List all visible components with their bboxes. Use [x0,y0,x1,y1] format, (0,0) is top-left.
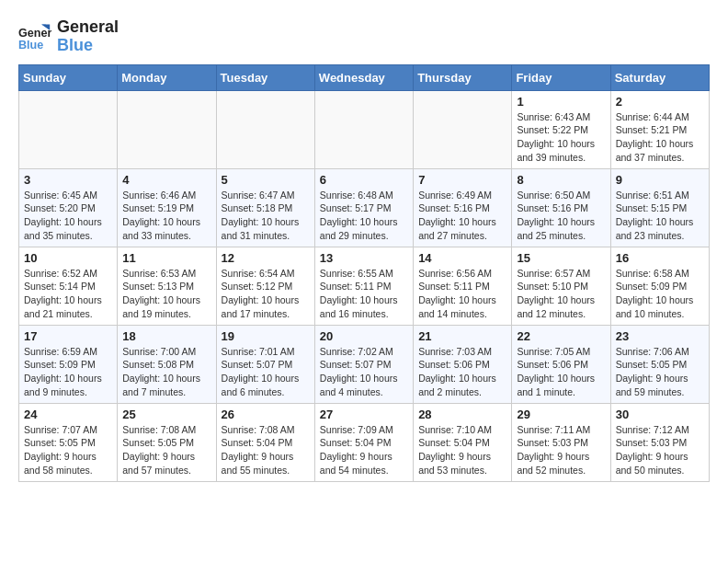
day-number: 13 [320,251,408,265]
day-info: Sunrise: 6:51 AMSunset: 5:15 PMDaylight:… [616,189,704,243]
day-number: 6 [320,173,408,187]
day-number: 11 [122,251,210,265]
weekday-header-sunday: Sunday [19,64,118,90]
weekday-header-tuesday: Tuesday [216,64,314,90]
day-number: 14 [418,251,506,265]
day-info: Sunrise: 7:12 AMSunset: 5:03 PMDaylight:… [616,423,704,477]
calendar-cell: 3Sunrise: 6:45 AMSunset: 5:20 PMDaylight… [19,168,118,247]
day-info: Sunrise: 6:50 AMSunset: 5:16 PMDaylight:… [517,189,605,243]
calendar-cell: 28Sunrise: 7:10 AMSunset: 5:04 PMDayligh… [414,403,512,481]
page-header: General Blue General Blue [18,18,710,55]
weekday-header-monday: Monday [118,64,216,90]
calendar-cell: 7Sunrise: 6:49 AMSunset: 5:16 PMDaylight… [414,168,512,247]
week-row-3: 10Sunrise: 6:52 AMSunset: 5:14 PMDayligh… [19,247,710,325]
day-info: Sunrise: 7:08 AMSunset: 5:04 PMDaylight:… [222,423,310,477]
day-info: Sunrise: 7:03 AMSunset: 5:06 PMDaylight:… [418,345,506,399]
calendar-cell: 23Sunrise: 7:06 AMSunset: 5:05 PMDayligh… [610,325,709,403]
day-number: 30 [616,408,704,421]
calendar-cell: 22Sunrise: 7:05 AMSunset: 5:06 PMDayligh… [512,325,610,403]
logo-general: General [57,18,119,37]
day-info: Sunrise: 6:56 AMSunset: 5:11 PMDaylight:… [418,267,506,321]
day-number: 9 [616,173,704,187]
day-number: 21 [418,329,506,343]
week-row-1: 1Sunrise: 6:43 AMSunset: 5:22 PMDaylight… [19,90,710,168]
calendar-cell: 8Sunrise: 6:50 AMSunset: 5:16 PMDaylight… [512,168,610,247]
day-info: Sunrise: 6:49 AMSunset: 5:16 PMDaylight:… [418,189,506,243]
weekday-header-thursday: Thursday [414,64,512,90]
calendar-cell: 24Sunrise: 7:07 AMSunset: 5:05 PMDayligh… [19,403,118,481]
calendar-cell: 27Sunrise: 7:09 AMSunset: 5:04 PMDayligh… [314,403,413,481]
day-info: Sunrise: 6:55 AMSunset: 5:11 PMDaylight:… [320,267,408,321]
day-number: 29 [517,408,605,421]
calendar-cell: 25Sunrise: 7:08 AMSunset: 5:05 PMDayligh… [118,403,216,481]
day-info: Sunrise: 7:01 AMSunset: 5:07 PMDaylight:… [222,345,310,399]
calendar-cell: 4Sunrise: 6:46 AMSunset: 5:19 PMDaylight… [118,168,216,247]
day-info: Sunrise: 6:58 AMSunset: 5:09 PMDaylight:… [616,267,704,321]
calendar-cell: 1Sunrise: 6:43 AMSunset: 5:22 PMDaylight… [512,90,610,168]
day-number: 26 [222,408,310,421]
weekday-header-saturday: Saturday [610,64,709,90]
calendar-cell: 6Sunrise: 6:48 AMSunset: 5:17 PMDaylight… [314,168,413,247]
day-info: Sunrise: 6:52 AMSunset: 5:14 PMDaylight:… [24,267,112,321]
logo-icon: General Blue [18,20,51,53]
calendar-cell [216,90,314,168]
day-info: Sunrise: 6:43 AMSunset: 5:22 PMDaylight:… [517,110,605,165]
day-info: Sunrise: 7:08 AMSunset: 5:05 PMDaylight:… [122,423,210,477]
day-info: Sunrise: 6:54 AMSunset: 5:12 PMDaylight:… [222,267,310,321]
day-number: 7 [418,173,506,187]
day-number: 2 [616,95,704,109]
logo-blue: Blue [57,37,119,55]
calendar-cell: 13Sunrise: 6:55 AMSunset: 5:11 PMDayligh… [314,247,413,325]
day-info: Sunrise: 6:44 AMSunset: 5:21 PMDaylight:… [616,110,704,165]
logo: General Blue General Blue [18,18,119,55]
calendar-cell: 20Sunrise: 7:02 AMSunset: 5:07 PMDayligh… [314,325,413,403]
calendar-cell: 9Sunrise: 6:51 AMSunset: 5:15 PMDaylight… [610,168,709,247]
day-info: Sunrise: 7:05 AMSunset: 5:06 PMDaylight:… [517,345,605,399]
calendar-cell [314,90,413,168]
calendar-cell: 10Sunrise: 6:52 AMSunset: 5:14 PMDayligh… [19,247,118,325]
weekday-header-wednesday: Wednesday [314,64,413,90]
day-info: Sunrise: 6:46 AMSunset: 5:19 PMDaylight:… [122,189,210,243]
day-info: Sunrise: 6:47 AMSunset: 5:18 PMDaylight:… [222,189,310,243]
svg-text:Blue: Blue [18,38,43,51]
day-number: 15 [517,251,605,265]
calendar-cell: 2Sunrise: 6:44 AMSunset: 5:21 PMDaylight… [610,90,709,168]
calendar-cell [414,90,512,168]
day-number: 18 [122,329,210,343]
calendar-cell: 5Sunrise: 6:47 AMSunset: 5:18 PMDaylight… [216,168,314,247]
day-info: Sunrise: 6:48 AMSunset: 5:17 PMDaylight:… [320,189,408,243]
day-number: 16 [616,251,704,265]
day-info: Sunrise: 6:57 AMSunset: 5:10 PMDaylight:… [517,267,605,321]
day-number: 19 [222,329,310,343]
weekday-header-friday: Friday [512,64,610,90]
calendar-cell: 30Sunrise: 7:12 AMSunset: 5:03 PMDayligh… [610,403,709,481]
day-info: Sunrise: 7:06 AMSunset: 5:05 PMDaylight:… [616,345,704,399]
day-number: 17 [24,329,112,343]
day-number: 8 [517,173,605,187]
day-number: 27 [320,408,408,421]
day-number: 5 [222,173,310,187]
calendar-cell: 18Sunrise: 7:00 AMSunset: 5:08 PMDayligh… [118,325,216,403]
calendar-cell: 14Sunrise: 6:56 AMSunset: 5:11 PMDayligh… [414,247,512,325]
weekday-header-row: SundayMondayTuesdayWednesdayThursdayFrid… [19,64,710,90]
calendar-cell: 29Sunrise: 7:11 AMSunset: 5:03 PMDayligh… [512,403,610,481]
day-number: 20 [320,329,408,343]
day-number: 28 [418,408,506,421]
calendar-table: SundayMondayTuesdayWednesdayThursdayFrid… [18,64,710,482]
day-info: Sunrise: 6:53 AMSunset: 5:13 PMDaylight:… [122,267,210,321]
day-number: 1 [517,95,605,109]
calendar-cell: 19Sunrise: 7:01 AMSunset: 5:07 PMDayligh… [216,325,314,403]
day-info: Sunrise: 7:11 AMSunset: 5:03 PMDaylight:… [517,423,605,477]
day-info: Sunrise: 7:00 AMSunset: 5:08 PMDaylight:… [122,345,210,399]
week-row-2: 3Sunrise: 6:45 AMSunset: 5:20 PMDaylight… [19,168,710,247]
day-info: Sunrise: 6:45 AMSunset: 5:20 PMDaylight:… [24,189,112,243]
day-info: Sunrise: 7:02 AMSunset: 5:07 PMDaylight:… [320,345,408,399]
week-row-5: 24Sunrise: 7:07 AMSunset: 5:05 PMDayligh… [19,403,710,481]
calendar-cell [19,90,118,168]
day-info: Sunrise: 7:09 AMSunset: 5:04 PMDaylight:… [320,423,408,477]
calendar-cell: 16Sunrise: 6:58 AMSunset: 5:09 PMDayligh… [610,247,709,325]
day-info: Sunrise: 7:07 AMSunset: 5:05 PMDaylight:… [24,423,112,477]
day-number: 25 [122,408,210,421]
calendar-cell: 17Sunrise: 6:59 AMSunset: 5:09 PMDayligh… [19,325,118,403]
day-number: 4 [122,173,210,187]
